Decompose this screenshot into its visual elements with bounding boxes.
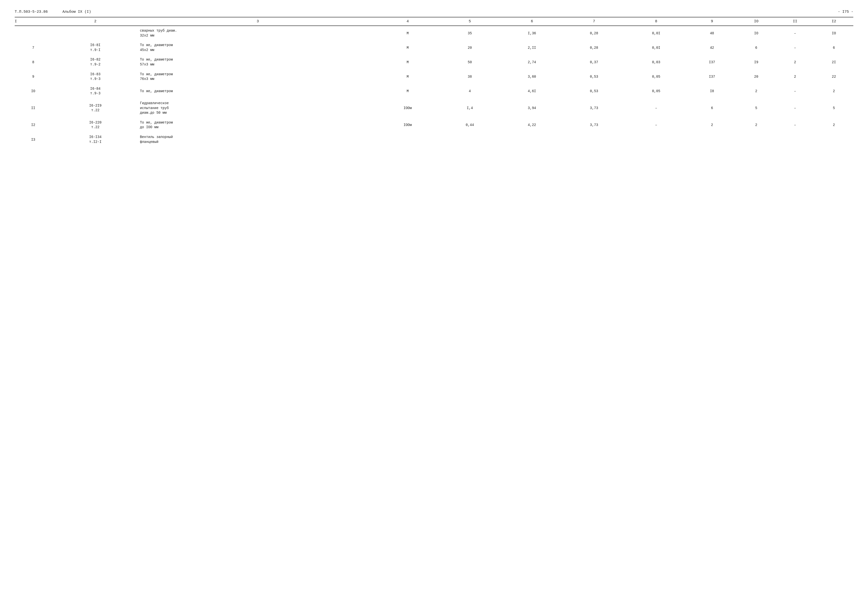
cell-2-2: То же, диаметром57х3 мм	[139, 55, 377, 69]
cell-4-2: То же, диаметром	[139, 84, 377, 98]
cell-7-9	[737, 132, 776, 147]
cell-3-11: 22	[814, 70, 853, 84]
cell-3-7: 0,05	[625, 70, 687, 84]
cell-1-4: 20	[439, 40, 501, 55]
cell-3-4: 38	[439, 70, 501, 84]
col-header-10: IO	[737, 17, 776, 26]
cell-0-2: сварных труб диам.32х2 мм	[139, 26, 377, 40]
cell-0-5: I,36	[501, 26, 563, 40]
cell-5-11: 5	[814, 98, 853, 118]
cell-1-7: 0,0I	[625, 40, 687, 55]
cell-5-6: 3,73	[563, 98, 625, 118]
cell-3-0: 9	[15, 70, 52, 84]
cell-0-4: 35	[439, 26, 501, 40]
cell-2-3: М	[377, 55, 439, 69]
col-header-2: 2	[52, 17, 139, 26]
album-title: Альбом IX (I)	[62, 10, 91, 14]
cell-0-3: М	[377, 26, 439, 40]
cell-2-0: 8	[15, 55, 52, 69]
table-row: 9I6-83т.9-3То же, диаметром76х3 ммМ383,6…	[15, 70, 853, 84]
cell-3-9: 20	[737, 70, 776, 84]
cell-4-10: –	[776, 84, 815, 98]
cell-3-3: М	[377, 70, 439, 84]
cell-6-4: 0,44	[439, 118, 501, 132]
cell-4-4: 4	[439, 84, 501, 98]
cell-1-6: 0,28	[563, 40, 625, 55]
cell-2-7: 0,03	[625, 55, 687, 69]
cell-5-9: 5	[737, 98, 776, 118]
cell-7-8	[687, 132, 737, 147]
main-table: I 2 3 4 5 6 7 8 9 IO II I2 сварных труб …	[15, 17, 853, 147]
col-header-4: 4	[377, 17, 439, 26]
cell-2-1: I6-82т.9-2	[52, 55, 139, 69]
table-row: IOI6-84т.9-3То же, диаметромМ44,6I0,530,…	[15, 84, 853, 98]
cell-6-6: 3,73	[563, 118, 625, 132]
table-header-row: I 2 3 4 5 6 7 8 9 IO II I2	[15, 17, 853, 26]
cell-4-9: 2	[737, 84, 776, 98]
cell-7-3	[377, 132, 439, 147]
table-row: 7I6-8Iт.9-IТо же, диаметром45х2 ммМ202,I…	[15, 40, 853, 55]
cell-3-10: 2	[776, 70, 815, 84]
col-header-1: I	[15, 17, 52, 26]
cell-0-11: IO	[814, 26, 853, 40]
cell-1-5: 2,II	[501, 40, 563, 55]
cell-2-5: 2,74	[501, 55, 563, 69]
cell-2-4: 50	[439, 55, 501, 69]
cell-6-8: 2	[687, 118, 737, 132]
cell-2-11: 2I	[814, 55, 853, 69]
cell-6-0: I2	[15, 118, 52, 132]
cell-5-10: –	[776, 98, 815, 118]
col-header-3: 3	[139, 17, 377, 26]
doc-number: Т.П.503-5-23.86	[15, 10, 48, 14]
cell-2-9: I9	[737, 55, 776, 69]
cell-4-7: 0,05	[625, 84, 687, 98]
table-row: I2I6-220т.22То же, диаметромдо IOO ммIOO…	[15, 118, 853, 132]
cell-5-1: I6-2I9т.22	[52, 98, 139, 118]
cell-6-9: 2	[737, 118, 776, 132]
cell-3-1: I6-83т.9-3	[52, 70, 139, 84]
cell-1-8: 42	[687, 40, 737, 55]
cell-1-11: 6	[814, 40, 853, 55]
cell-1-9: 6	[737, 40, 776, 55]
col-header-5: 5	[439, 17, 501, 26]
page-number: - I75 -	[838, 10, 853, 14]
cell-1-3: М	[377, 40, 439, 55]
col-header-6: 6	[501, 17, 563, 26]
cell-7-7	[625, 132, 687, 147]
cell-5-4: I,4	[439, 98, 501, 118]
cell-5-3: IOOм	[377, 98, 439, 118]
cell-4-1: I6-84т.9-3	[52, 84, 139, 98]
cell-0-8: 48	[687, 26, 737, 40]
cell-1-1: I6-8Iт.9-I	[52, 40, 139, 55]
cell-5-7: –	[625, 98, 687, 118]
cell-2-8: I37	[687, 55, 737, 69]
cell-0-6: 0,28	[563, 26, 625, 40]
cell-4-6: 0,53	[563, 84, 625, 98]
cell-4-3: М	[377, 84, 439, 98]
cell-6-5: 4,22	[501, 118, 563, 132]
cell-0-10: –	[776, 26, 815, 40]
cell-4-11: 2	[814, 84, 853, 98]
cell-4-0: IO	[15, 84, 52, 98]
table-row: 8I6-82т.9-2То же, диаметром57х3 ммМ502,7…	[15, 55, 853, 69]
cell-0-7: 0,0I	[625, 26, 687, 40]
cell-6-3: IOOм	[377, 118, 439, 132]
col-header-7: 7	[563, 17, 625, 26]
table-row: III6-2I9т.22Гидравлическоеиспытание труб…	[15, 98, 853, 118]
cell-2-6: 0,37	[563, 55, 625, 69]
cell-3-2: То же, диаметром76х3 мм	[139, 70, 377, 84]
table-row: сварных труб диам.32х2 ммМ35I,360,280,0I…	[15, 26, 853, 40]
cell-2-10: 2	[776, 55, 815, 69]
col-header-9: 9	[687, 17, 737, 26]
cell-6-7: –	[625, 118, 687, 132]
cell-3-5: 3,60	[501, 70, 563, 84]
cell-6-1: I6-220т.22	[52, 118, 139, 132]
cell-0-0	[15, 26, 52, 40]
cell-4-5: 4,6I	[501, 84, 563, 98]
table-row: I3I6-I34т.I2-IВентиль запорныйфланцевый	[15, 132, 853, 147]
cell-7-6	[563, 132, 625, 147]
cell-7-4	[439, 132, 501, 147]
cell-6-10: –	[776, 118, 815, 132]
col-header-12: I2	[814, 17, 853, 26]
cell-3-6: 0,53	[563, 70, 625, 84]
